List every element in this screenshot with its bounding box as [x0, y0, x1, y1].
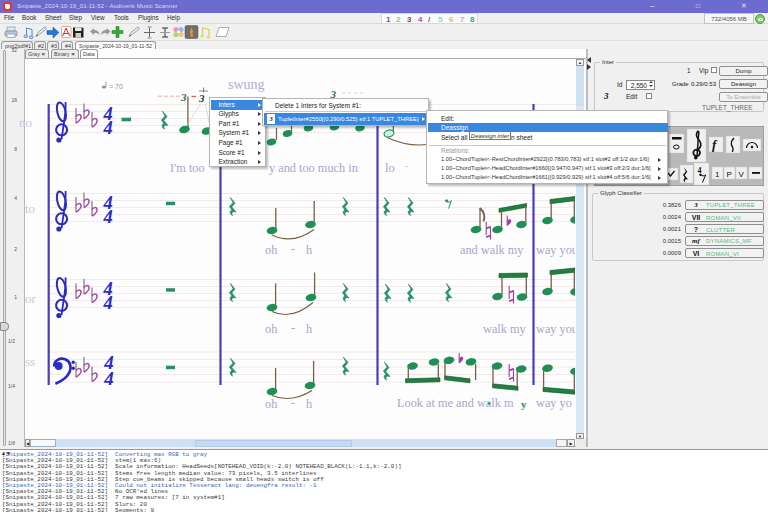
svg-text:3: 3 — [198, 92, 205, 104]
svg-text:oh: oh — [265, 322, 277, 336]
svg-text:-: - — [405, 162, 408, 171]
svg-text:way you: way you — [536, 322, 578, 336]
svg-text:3: 3 — [180, 91, 187, 103]
svg-text:-: - — [291, 241, 295, 255]
svg-text:way yo: way yo — [536, 396, 572, 410]
svg-text:oh: oh — [265, 397, 277, 411]
svg-text:y and too much in: y and too much in — [269, 161, 358, 175]
svg-text:h: h — [306, 397, 312, 411]
svg-text:to: to — [25, 201, 35, 216]
svg-text:y: y — [521, 398, 527, 410]
svg-text:I'm too: I'm too — [170, 161, 205, 175]
svg-text:h: h — [306, 322, 312, 336]
svg-text:way you: way you — [536, 243, 578, 257]
svg-text:4: 4 — [102, 293, 112, 313]
svg-text:no: no — [19, 115, 32, 130]
svg-text:Look at me and walk m: Look at me and walk m — [397, 396, 514, 410]
svg-text:ss: ss — [25, 354, 35, 369]
svg-text:= 70: = 70 — [109, 83, 123, 90]
svg-text:and walk my: and walk my — [460, 243, 524, 257]
svg-text:4: 4 — [102, 118, 112, 138]
svg-text:h: h — [306, 243, 312, 257]
svg-text:walk my: walk my — [483, 322, 527, 336]
svg-text:4: 4 — [103, 368, 114, 389]
svg-text:4: 4 — [102, 207, 112, 227]
svg-text:-: - — [291, 320, 295, 334]
svg-text:swung: swung — [228, 77, 265, 92]
svg-text:-: - — [291, 395, 295, 409]
svg-text:or: or — [25, 291, 37, 306]
svg-text:oh: oh — [265, 243, 277, 257]
svg-text:lo: lo — [385, 161, 395, 175]
